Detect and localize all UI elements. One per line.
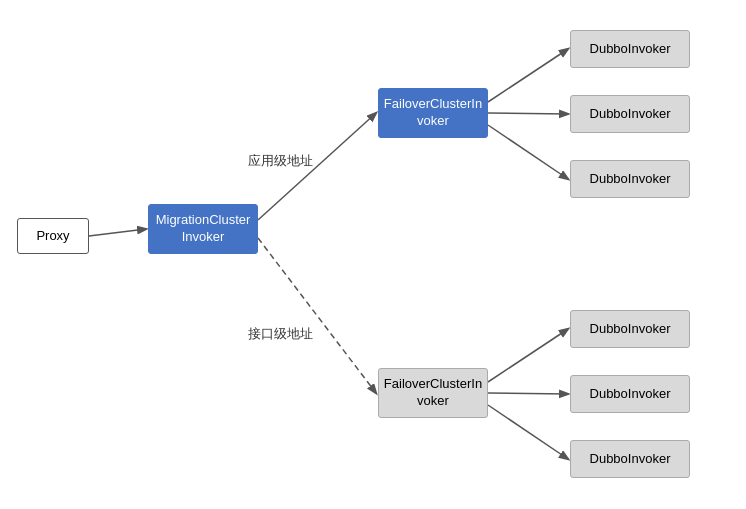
dubbo-invoker-5: DubboInvoker [570, 375, 690, 413]
svg-line-7 [488, 393, 568, 394]
failover-top-label: FailoverClusterInvoker [384, 96, 482, 130]
dubbo-invoker-2: DubboInvoker [570, 95, 690, 133]
dubbo4-label: DubboInvoker [590, 321, 671, 338]
svg-line-6 [488, 329, 568, 382]
svg-line-0 [89, 229, 146, 236]
svg-line-2 [258, 238, 376, 393]
arrows-svg [0, 0, 746, 509]
svg-line-8 [488, 405, 568, 459]
diagram: Proxy MigrationClusterInvoker FailoverCl… [0, 0, 746, 509]
proxy-node: Proxy [17, 218, 89, 254]
migration-node: MigrationClusterInvoker [148, 204, 258, 254]
dubbo1-label: DubboInvoker [590, 41, 671, 58]
dubbo5-label: DubboInvoker [590, 386, 671, 403]
svg-line-3 [488, 49, 568, 102]
svg-line-5 [488, 125, 568, 179]
svg-line-4 [488, 113, 568, 114]
dubbo-invoker-4: DubboInvoker [570, 310, 690, 348]
app-level-label: 应用级地址 [248, 152, 313, 170]
interface-level-label: 接口级地址 [248, 325, 313, 343]
dubbo-invoker-6: DubboInvoker [570, 440, 690, 478]
failover-bot-node: FailoverClusterInvoker [378, 368, 488, 418]
dubbo-invoker-3: DubboInvoker [570, 160, 690, 198]
failover-bot-label: FailoverClusterInvoker [384, 376, 482, 410]
proxy-label: Proxy [36, 228, 69, 245]
failover-top-node: FailoverClusterInvoker [378, 88, 488, 138]
dubbo-invoker-1: DubboInvoker [570, 30, 690, 68]
dubbo2-label: DubboInvoker [590, 106, 671, 123]
dubbo6-label: DubboInvoker [590, 451, 671, 468]
migration-label: MigrationClusterInvoker [156, 212, 251, 246]
dubbo3-label: DubboInvoker [590, 171, 671, 188]
